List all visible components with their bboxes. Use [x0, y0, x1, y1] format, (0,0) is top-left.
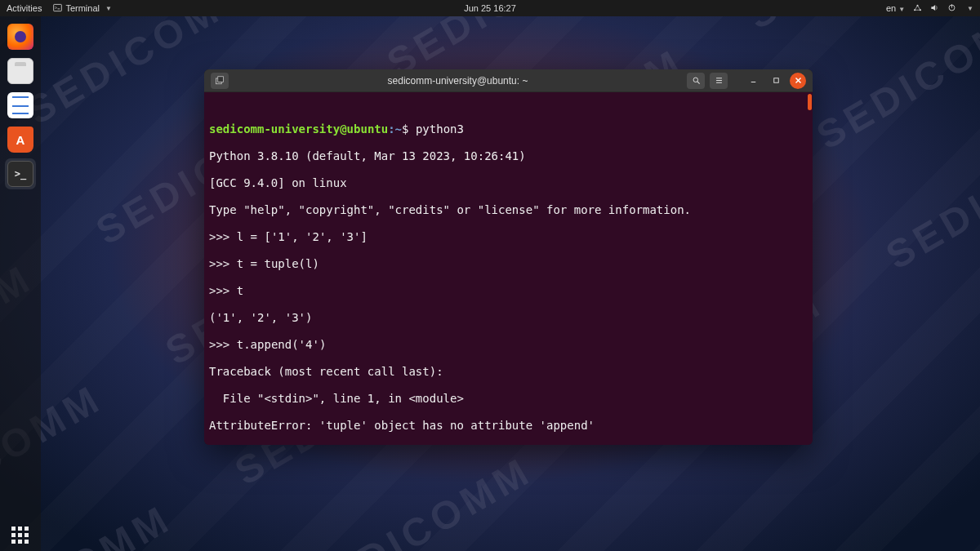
- svg-line-9: [697, 82, 699, 84]
- traceback-header: Traceback (most recent call last):: [209, 365, 808, 379]
- document-icon: [7, 92, 33, 118]
- network-icon[interactable]: [913, 3, 922, 14]
- shell-command: python3: [416, 122, 464, 136]
- prompt-host: ubuntu: [347, 122, 389, 136]
- repl-output: ('1', '2', '3'): [209, 311, 808, 325]
- scrollbar-thumb[interactable]: [808, 94, 812, 110]
- traceback-error: AttributeError: 'tuple' object has no at…: [209, 419, 808, 433]
- python-banner: Python 3.8.10 (default, Mar 13 2023, 10:…: [209, 149, 808, 163]
- repl-input: t.append('4'): [237, 338, 327, 351]
- input-lang-indicator[interactable]: en▼: [886, 3, 905, 13]
- new-tab-button[interactable]: [211, 73, 229, 89]
- repl-prompt: >>>: [209, 284, 229, 297]
- repl-input: l = ['1', '2', '3']: [237, 230, 368, 243]
- app-menu-label: Terminal: [65, 3, 100, 13]
- dock-app-writer[interactable]: [5, 90, 36, 121]
- terminal-icon: [7, 161, 33, 187]
- maximize-button[interactable]: [767, 73, 785, 89]
- show-applications-button[interactable]: [5, 520, 36, 551]
- firefox-icon: [7, 24, 33, 50]
- svg-rect-14: [773, 78, 778, 83]
- python-banner: Type "help", "copyright", "credits" or "…: [209, 203, 808, 217]
- dock-app-terminal[interactable]: [5, 158, 36, 189]
- chevron-down-icon: ▼: [967, 5, 973, 12]
- dock: [0, 16, 41, 551]
- repl-prompt: >>>: [209, 257, 229, 270]
- apps-grid-icon: [11, 527, 29, 544]
- top-bar: Activities Terminal ▼ Jun 25 16:27 en▼ ▼: [0, 0, 980, 16]
- terminal-window: sedicomm-university@ubuntu: ~ sedicomm-u…: [204, 69, 813, 445]
- window-title: sedicomm-university@ubuntu: ~: [234, 75, 682, 87]
- dock-app-files[interactable]: [5, 56, 36, 87]
- menu-button[interactable]: [710, 73, 728, 89]
- window-titlebar[interactable]: sedicomm-university@ubuntu: ~: [204, 69, 813, 92]
- svg-rect-7: [218, 76, 224, 82]
- traceback-file: File "<stdin>", line 1, in <module>: [209, 392, 808, 406]
- repl-prompt: >>>: [209, 230, 229, 243]
- svg-point-8: [693, 78, 698, 82]
- activities-button[interactable]: Activities: [7, 3, 42, 13]
- volume-icon[interactable]: [930, 3, 939, 14]
- dock-app-software[interactable]: [5, 124, 36, 155]
- terminal-content[interactable]: sedicomm-university@ubuntu:~$ python3 Py…: [204, 92, 813, 445]
- repl-input: t: [237, 284, 243, 297]
- terminal-icon: [53, 3, 62, 14]
- repl-prompt: >>>: [209, 338, 229, 351]
- search-button[interactable]: [687, 73, 705, 89]
- clock[interactable]: Jun 25 16:27: [464, 3, 516, 13]
- repl-input: t = tuple(l): [237, 257, 319, 270]
- svg-rect-0: [54, 4, 62, 11]
- chevron-down-icon: ▼: [105, 5, 112, 12]
- files-icon: [7, 58, 33, 84]
- prompt-path: ~: [395, 122, 402, 136]
- prompt-user: sedicomm-university: [209, 122, 340, 136]
- minimize-button[interactable]: [744, 73, 762, 89]
- prompt-symbol: $: [402, 122, 408, 136]
- close-button[interactable]: [790, 73, 806, 89]
- python-banner: [GCC 9.4.0] on linux: [209, 176, 808, 190]
- dock-app-firefox[interactable]: [5, 21, 36, 52]
- chevron-down-icon: ▼: [898, 6, 905, 13]
- power-icon[interactable]: [947, 3, 956, 14]
- app-menu[interactable]: Terminal ▼: [53, 3, 112, 14]
- software-icon: [7, 127, 33, 153]
